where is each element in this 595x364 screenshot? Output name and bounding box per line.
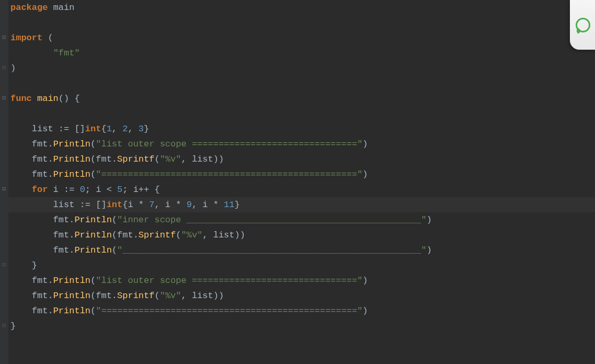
code-line[interactable]: fmt.Println(fmt.Sprintf("%v", list)) <box>8 152 595 167</box>
code-line[interactable]: } <box>8 318 595 334</box>
code-line[interactable]: fmt.Println("list outer scope ==========… <box>8 273 595 288</box>
fold-toggle-icon[interactable] <box>1 263 7 268</box>
code-line[interactable]: fmt.Println("===========================… <box>8 303 595 318</box>
code-line[interactable]: func main() { <box>8 91 595 106</box>
code-line[interactable]: package main <box>8 0 595 15</box>
code-line[interactable]: "fmt" <box>8 46 595 61</box>
fold-toggle-icon[interactable] <box>1 35 7 41</box>
code-line[interactable]: } <box>8 258 595 273</box>
code-editor[interactable]: package main import ( "fmt") func main()… <box>8 0 595 334</box>
code-line[interactable] <box>8 76 595 91</box>
sidebar-widget[interactable] <box>570 0 595 50</box>
chat-bubble-icon <box>576 18 590 32</box>
code-line[interactable]: fmt.Println(fmt.Sprintf("%v", list)) <box>8 228 595 243</box>
code-line[interactable]: list := []int{i * 7, i * 9, i * 11} <box>8 197 595 212</box>
fold-toggle-icon[interactable] <box>1 96 7 101</box>
fold-toggle-icon[interactable] <box>1 323 7 329</box>
code-line[interactable]: import ( <box>8 30 595 46</box>
code-line[interactable]: fmt.Println("___________________________… <box>8 243 595 258</box>
code-line[interactable] <box>8 15 595 30</box>
code-line[interactable]: fmt.Println("===========================… <box>8 167 595 182</box>
code-line[interactable]: fmt.Println("inner scope _______________… <box>8 212 595 228</box>
code-line[interactable]: ) <box>8 61 595 76</box>
fold-toggle-icon[interactable] <box>1 187 7 192</box>
code-line[interactable]: fmt.Println(fmt.Sprintf("%v", list)) <box>8 288 595 303</box>
gutter <box>0 0 8 364</box>
code-line[interactable]: fmt.Println("list outer scope ==========… <box>8 136 595 152</box>
code-line[interactable]: list := []int{1, 2, 3} <box>8 121 595 136</box>
code-line[interactable]: for i := 0; i < 5; i++ { <box>8 182 595 197</box>
fold-toggle-icon[interactable] <box>1 65 7 71</box>
code-line[interactable] <box>8 106 595 121</box>
